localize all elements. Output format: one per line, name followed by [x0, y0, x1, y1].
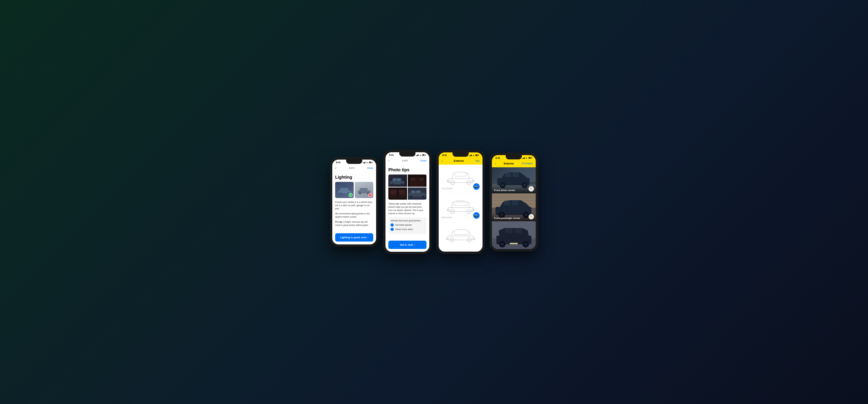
camera-btn-back[interactable]: 📷 [473, 212, 479, 219]
svg-rect-22 [391, 190, 396, 194]
nav-bar-4: ‹ Exterior Examples [492, 160, 536, 167]
examples-button-4[interactable]: Examples [522, 162, 533, 165]
benefit-item-1: ✓ Get listed quicker [391, 223, 424, 227]
slot-label-front: Front driver [441, 187, 453, 190]
back-button-3[interactable]: ‹ [441, 159, 443, 163]
phone-3: 9:41 ▲ ‹ Exterior [436, 150, 485, 254]
back-button-2[interactable]: ‹ [389, 158, 390, 163]
screen2-content: Photo tips [385, 164, 429, 238]
slot-label-back: Back driver [441, 216, 452, 219]
phone-1: 9:41 ▲ ‹ 3 of [330, 157, 378, 247]
status-icons-2: ▲ [416, 154, 426, 156]
nav-bar-2: ‹ 2 of 5 Close [385, 157, 429, 164]
phone-4-inner: 9:41 ▲ ‹ Exterior [492, 155, 536, 249]
car-outline-back [441, 197, 479, 215]
notch-3 [453, 152, 469, 157]
car-outline-front [441, 168, 479, 186]
close-button-2[interactable]: Close [420, 159, 427, 162]
edit-btn-1[interactable]: ✏️ [529, 186, 534, 192]
car-slot-3 [441, 222, 479, 249]
nav-bar-1: ‹ 3 of 4 Close [332, 164, 376, 172]
svg-point-10 [392, 183, 394, 186]
screens-container: 9:41 ▲ ‹ 3 of [330, 150, 538, 254]
badge-bad: ✕ [368, 193, 372, 197]
time-4: 9:41 [495, 157, 500, 159]
dashboard-img [408, 175, 427, 187]
car-slots: Front driver 📷 [439, 165, 483, 252]
cta-btn-1[interactable]: Lighting is good, next › [335, 233, 373, 242]
notch-4 [506, 155, 522, 159]
status-icons-3: ▲ [469, 154, 479, 156]
svg-rect-52 [513, 173, 519, 177]
wifi-icon-2: ▲ [419, 154, 421, 156]
seats-img [389, 187, 407, 200]
photo-cell-3 [389, 187, 407, 200]
photo-cell-2 [408, 175, 427, 187]
close-button-1[interactable]: Close [367, 166, 373, 169]
tips-text: Taking high quality, well-composed photo… [389, 202, 427, 215]
badge-good: ✓ [349, 193, 352, 197]
cta-btn-2[interactable]: Got it, next › [389, 241, 427, 249]
signal-icon-3 [469, 154, 472, 156]
nav-title-4: Exterior [504, 162, 514, 165]
signal-icon-1 [363, 161, 365, 163]
time-1: 9:41 [336, 161, 341, 164]
car-slot-front: Front driver 📷 [441, 165, 479, 193]
phone-1-inner: 9:41 ▲ ‹ 3 of [332, 160, 376, 244]
page-title-1: Lighting [335, 175, 373, 180]
benefits-box: Vehicles that have good photos: ✓ Get li… [389, 217, 427, 234]
benefit-check-1: ✓ [391, 223, 394, 227]
wifi-icon-1: ▲ [366, 161, 368, 163]
chevron-icon-1: › [367, 236, 368, 239]
svg-rect-12 [393, 179, 396, 181]
lighting-img-bad: ✕ [355, 182, 373, 198]
edit-btn-2[interactable]: ✏️ [529, 214, 534, 219]
car-photos-list: Front driver corner ✏️ [492, 167, 536, 249]
battery-icon-3 [475, 154, 479, 156]
svg-rect-18 [420, 178, 424, 181]
nav-title-3: Exterior [454, 159, 464, 162]
page-title-2: Photo tips [389, 167, 427, 172]
car-photo-front-passenger: Front passenger corner ✏️ [492, 193, 536, 221]
notch-1 [346, 160, 362, 164]
svg-rect-66 [512, 200, 518, 205]
car-photo-bg-3 [492, 221, 536, 249]
svg-point-6 [359, 192, 361, 194]
car-photo-img-3 [492, 221, 536, 249]
lighting-images: ✓ ✕ [335, 182, 373, 198]
back-button-1[interactable]: ‹ [335, 166, 336, 170]
battery-icon-2 [422, 154, 426, 156]
wifi-icon-3: ▲ [472, 154, 474, 156]
camera-btn-front[interactable]: 📷 [473, 183, 479, 190]
time-3: 9:41 [442, 154, 447, 157]
svg-rect-81 [510, 243, 518, 244]
signal-icon-2 [416, 154, 418, 156]
signal-icon-4 [522, 157, 525, 159]
svg-rect-23 [399, 190, 405, 194]
chevron-icon-2: › [414, 243, 415, 246]
back-button-4[interactable]: ‹ [495, 161, 496, 165]
svg-point-80 [524, 243, 527, 246]
tips-button-3[interactable]: Tips [475, 159, 479, 162]
time-2: 9:41 [389, 154, 394, 156]
car-slot-back: Back driver 📷 [441, 193, 479, 222]
phone-3-inner: 9:41 ▲ ‹ Exterior [439, 152, 483, 252]
car-photo-front-driver: Front driver corner ✏️ [492, 167, 536, 193]
svg-point-28 [422, 195, 425, 198]
desc-text-1: Ensure your vehicle is in a well-lit are… [335, 200, 373, 210]
svg-rect-29 [411, 191, 415, 193]
status-icons-4: ▲ [522, 157, 532, 159]
pro-tip: Pro tip: a bright, overcast day will res… [335, 220, 373, 227]
svg-rect-51 [505, 173, 511, 177]
svg-rect-16 [411, 178, 415, 181]
photo-grid [389, 175, 427, 200]
svg-rect-65 [504, 200, 510, 205]
status-icons-1: ▲ [363, 161, 373, 163]
battery-icon-4 [528, 157, 532, 159]
benefit-item-2: ✓ Attract more views [391, 228, 424, 231]
photo-cell-4 [408, 187, 427, 200]
svg-rect-13 [397, 179, 400, 181]
car-outline-3 [441, 226, 479, 244]
car-photo-3 [492, 221, 536, 249]
phone-4: 9:41 ▲ ‹ Exterior [490, 153, 538, 251]
